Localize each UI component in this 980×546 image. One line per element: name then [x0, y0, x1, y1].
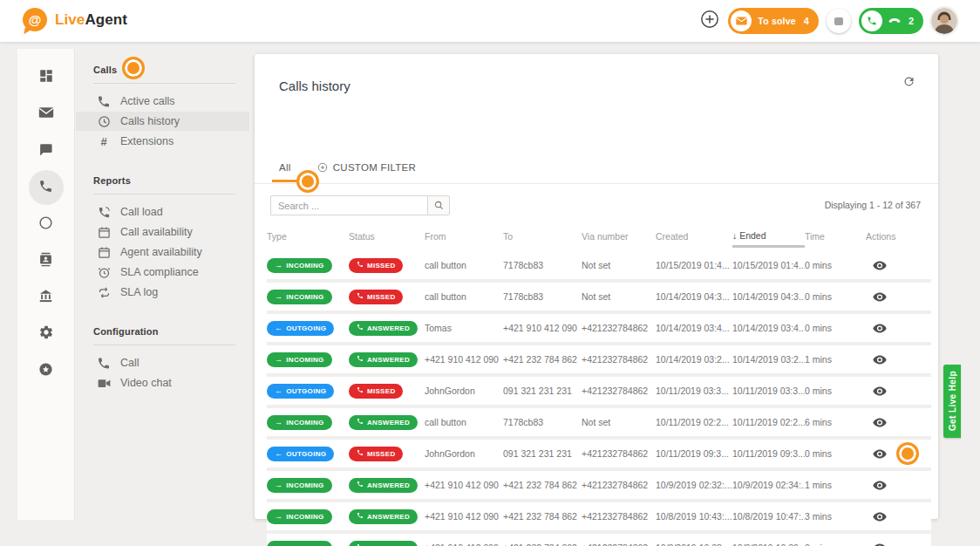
created-cell: 10/11/2019 09:3...	[656, 448, 732, 459]
tab-custom-filter[interactable]: CUSTOM FILTER	[317, 162, 416, 173]
user-avatar[interactable]	[931, 8, 957, 34]
to-solve-button[interactable]: To solve 4	[728, 8, 819, 34]
sidebar-item-call-availability[interactable]: Call availability	[76, 222, 249, 242]
search-button[interactable]	[427, 195, 450, 215]
view-call-detail-button[interactable]	[873, 386, 887, 396]
rail-item-chats[interactable]	[28, 133, 65, 169]
table-row[interactable]: →INCOMINGANSWERED+421 910 412 090+421 23…	[267, 502, 931, 534]
outgoing-badge: ←OUTGOING	[267, 447, 334, 461]
to-cell: 091 321 231 231	[503, 448, 582, 459]
ended-cell: 10/9/2019 02:34:...	[732, 480, 805, 490]
refresh-button[interactable]	[902, 75, 915, 92]
created-cell: 10/8/2019 10:38:...	[656, 543, 732, 546]
add-button[interactable]	[699, 10, 720, 31]
view-call-detail-button[interactable]	[873, 512, 887, 522]
rail-item-contacts[interactable]	[28, 242, 65, 279]
rail-item-academy[interactable]	[28, 279, 65, 316]
arrow-icon: →	[275, 356, 282, 364]
rail-item-addons[interactable]	[28, 352, 65, 389]
table-row[interactable]: →INCOMINGANSWERED+421 910 412 090+421 23…	[267, 471, 931, 502]
table-row[interactable]: ←OUTGOINGANSWEREDTomas+421 910 412 090+4…	[267, 314, 931, 345]
incoming-badge: →INCOMING	[267, 509, 332, 524]
sidebar-item-sla-log[interactable]: SLA log	[76, 283, 249, 302]
sidebar-item-sla-compliance[interactable]: SLA compliance	[76, 263, 249, 282]
sidebar-item-agent-availability[interactable]: Agent availability	[76, 242, 249, 262]
get-live-help-button[interactable]: Get Live Help	[943, 365, 961, 438]
active-calls-indicator[interactable]: 2	[859, 8, 923, 34]
time-cell: 0 mins	[805, 448, 866, 459]
sidebar-section-reports: ReportsCall loadCall availabilityAgent a…	[76, 160, 249, 302]
table-row[interactable]: ←OUTGOINGMISSEDJohnGordon091 321 231 231…	[267, 377, 931, 408]
sidebar-item-label: Extensions	[120, 135, 174, 147]
ended-cell: 10/14/2019 03:2...	[732, 354, 805, 365]
sidebar-section-title: Calls	[76, 49, 249, 83]
tab-all[interactable]: All	[279, 162, 291, 173]
table-header: TypeStatusFromToVia numberCreated↓ Ended…	[267, 227, 931, 248]
liveagent-bubble-icon: @	[23, 8, 47, 31]
sidebar-item-calls-history[interactable]: Calls history	[76, 112, 249, 131]
ended-cell: 10/11/2019 03:3...	[732, 386, 805, 396]
view-call-detail-button[interactable]	[873, 481, 887, 490]
status-cell: ANSWERED	[349, 541, 425, 546]
rail-item-dashboard[interactable]	[28, 59, 65, 96]
tab-bar: All CUSTOM FILTER	[279, 162, 416, 173]
sidebar-item-call[interactable]: Call	[76, 353, 249, 372]
badge-label: MISSED	[367, 293, 395, 301]
sidebar-section-calls: CallsActive callsCalls history#Extension…	[76, 49, 249, 151]
table-row[interactable]: →INCOMINGANSWERED+421 910 412 090+421 23…	[267, 534, 931, 546]
view-call-detail-button[interactable]	[873, 543, 887, 546]
sidebar-item-call-load[interactable]: Call load	[76, 202, 249, 222]
status-cell: ANSWERED	[349, 321, 425, 336]
search-input[interactable]	[270, 195, 427, 215]
hash-icon: #	[97, 135, 111, 148]
column-header-via-number[interactable]: Via number	[582, 231, 656, 243]
column-header-time[interactable]: Time	[805, 231, 866, 243]
badge-label: ANSWERED	[367, 324, 410, 332]
phone-icon	[97, 356, 111, 371]
answered-badge: ANSWERED	[349, 352, 418, 367]
column-header-to[interactable]: To	[503, 231, 582, 243]
view-call-detail-button[interactable]	[873, 449, 887, 459]
status-pause-button[interactable]	[827, 9, 851, 33]
incoming-badge: →INCOMING	[267, 415, 332, 430]
search-row	[270, 195, 450, 216]
column-header-type[interactable]: Type	[267, 231, 349, 243]
view-call-detail-button[interactable]	[873, 292, 887, 302]
table-row[interactable]: →INCOMINGMISSEDcall button7178cb83Not se…	[267, 251, 931, 283]
from-cell: call button	[425, 291, 503, 302]
from-cell: +421 910 412 090	[425, 543, 503, 546]
tab-custom-filter-label: CUSTOM FILTER	[333, 162, 416, 173]
rail-item-calls[interactable]	[28, 169, 65, 206]
sidebar-item-extensions[interactable]: #Extensions	[76, 132, 249, 151]
table-row[interactable]: →INCOMINGANSWERED+421 910 412 090+421 23…	[267, 345, 931, 377]
rail-item-social[interactable]	[28, 206, 65, 242]
liveagent-logo[interactable]: @ LiveAgent	[23, 8, 127, 31]
actions-cell	[866, 292, 931, 302]
view-call-detail-button[interactable]	[873, 324, 887, 333]
rail-item-settings[interactable]	[28, 316, 65, 352]
column-header-created[interactable]: Created	[656, 231, 732, 243]
view-call-detail-button[interactable]	[873, 418, 887, 427]
rail-item-tickets[interactable]	[28, 96, 65, 133]
to-cell: 7178cb83	[503, 291, 582, 302]
column-header-actions[interactable]: Actions	[866, 231, 931, 243]
brand-text: LiveAgent	[55, 11, 127, 29]
sidebar-item-active-calls[interactable]: Active calls	[76, 92, 249, 111]
view-call-detail-button[interactable]	[873, 261, 887, 270]
table-row[interactable]: →INCOMINGANSWEREDcall button7178cb83Not …	[267, 408, 931, 440]
status-cell: ANSWERED	[349, 352, 425, 367]
to-cell: +421 232 784 862	[503, 480, 582, 490]
arrow-icon: ←	[275, 450, 282, 458]
column-header-from[interactable]: From	[425, 231, 503, 243]
column-header-status[interactable]: Status	[349, 231, 425, 243]
circle-icon	[38, 215, 53, 234]
view-call-detail-button[interactable]	[873, 355, 887, 365]
table-row[interactable]: →INCOMINGMISSEDcall button7178cb83Not se…	[267, 283, 931, 314]
sidebar-item-label: Call load	[120, 206, 163, 218]
actions-cell	[866, 543, 931, 546]
table-row[interactable]: ←OUTGOINGMISSEDJohnGordon091 321 231 231…	[267, 440, 931, 471]
column-header-ended[interactable]: ↓ Ended	[732, 227, 805, 248]
handset-icon	[888, 17, 901, 25]
brand-live: Live	[55, 11, 85, 28]
sidebar-item-video-chat[interactable]: Video chat	[76, 373, 249, 392]
